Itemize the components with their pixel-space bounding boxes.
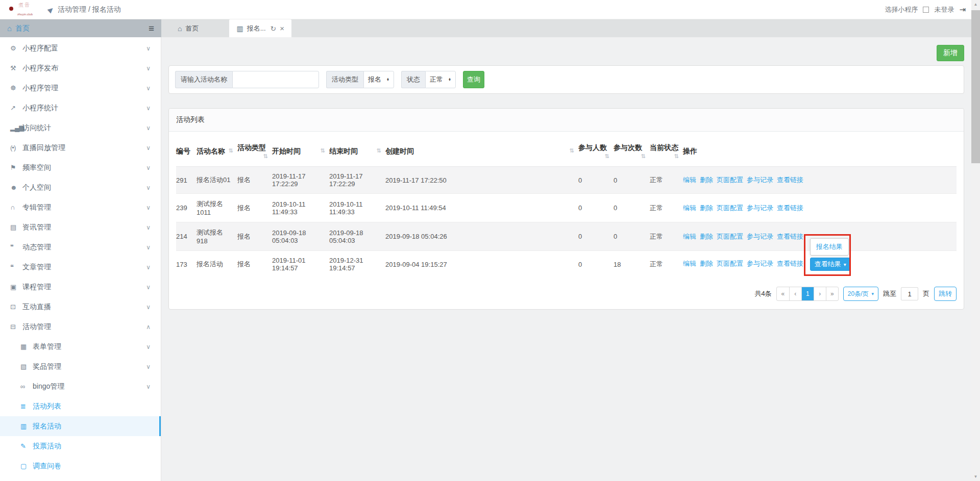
chevron-down-icon: ∨ xyxy=(146,204,151,211)
action-link[interactable]: 页面配置 xyxy=(717,204,743,212)
action-link[interactable]: 查看链接 xyxy=(777,260,803,267)
sidebar-item-label: 课程管理 xyxy=(22,283,146,292)
add-button[interactable]: 新增 xyxy=(937,45,964,61)
last-page-button[interactable]: » xyxy=(826,287,838,300)
sort-icon[interactable]: ⇅ xyxy=(321,147,325,154)
action-link[interactable]: 删除 xyxy=(700,176,713,184)
sidebar-home-link[interactable]: ⌂ 首页 xyxy=(7,24,30,33)
pager: « ‹ 1 › » xyxy=(776,287,839,301)
sidebar-subitem[interactable]: ▢ 调查问卷 xyxy=(0,456,161,476)
sidebar-item[interactable]: ❝ 文章管理 ∨ xyxy=(0,257,161,277)
pagination: 共4条 « ‹ 1 › » 20条/页 ▾ 跳至 页 跳转 xyxy=(176,287,957,301)
action-link[interactable]: 编辑 xyxy=(683,176,696,184)
column-header: 参与人数 ⇅ xyxy=(578,137,614,167)
action-link[interactable]: 页面配置 xyxy=(717,260,743,267)
sidebar-item[interactable]: ❞ 动态管理 ∨ xyxy=(0,237,161,257)
sidebar-item[interactable]: ⊟ 活动管理 ∧ xyxy=(0,317,161,337)
survey-icon: ▢ xyxy=(20,462,33,470)
app-window: 煮音 zhuyin.club ▶ 活动管理 / 报名活动 选择小程序 未登录 ⇥… xyxy=(0,0,980,481)
action-link[interactable]: 查看链接 xyxy=(777,204,803,212)
column-header-label: 活动名称 xyxy=(197,147,225,155)
next-page-button[interactable]: › xyxy=(814,287,826,300)
scrollbar-thumb[interactable] xyxy=(971,10,980,163)
view-results-button[interactable]: 查看结果 ▾ xyxy=(810,258,851,271)
first-page-button[interactable]: « xyxy=(777,287,789,300)
table-row: 239 测试报名1011 报名 2019-10-11 11:49:33 2019… xyxy=(176,194,957,222)
main-area: ⚙ 小程序配置 ∨ ⚒ 小程序发布 ∨ ☸ 小程序管理 ∨ xyxy=(0,37,980,481)
sidebar-item[interactable]: ⚒ 小程序发布 ∨ xyxy=(0,58,161,78)
logout-icon[interactable]: ⇥ xyxy=(959,5,966,14)
action-link[interactable]: 参与记录 xyxy=(747,204,773,212)
action-link[interactable]: 编辑 xyxy=(683,233,696,240)
sidebar-item-label: 专辑管理 xyxy=(22,203,146,212)
jump-button[interactable]: 跳转 xyxy=(934,287,957,301)
sidebar-subitem[interactable]: ▦ 表单管理 ∨ xyxy=(0,337,161,357)
login-status[interactable]: 未登录 xyxy=(934,5,954,14)
sidebar-item[interactable]: ∩ 专辑管理 ∨ xyxy=(0,197,161,217)
sidebar-item-label: 互动直播 xyxy=(22,302,146,312)
sort-icon[interactable]: ⇅ xyxy=(377,147,381,154)
gears-icon: ⚙ xyxy=(10,44,22,52)
column-header-label: 参与次数 xyxy=(614,143,642,151)
sort-icon[interactable]: ⇅ xyxy=(674,153,679,160)
action-link[interactable]: 参与记录 xyxy=(747,176,773,184)
scroll-up-icon[interactable]: ▲ xyxy=(971,2,980,7)
sidebar-item[interactable]: ↗ 小程序统计 ∨ xyxy=(0,98,161,118)
sidebar-item[interactable]: (•) 直播回放管理 ∨ xyxy=(0,138,161,158)
sidebar-subitem[interactable]: ▥ 报名活动 xyxy=(0,416,161,436)
activity-type-select[interactable]: 报名 ▲▼ xyxy=(363,71,394,88)
tab-signup-activity[interactable]: ▥ 报名... ↻ × xyxy=(229,19,291,37)
sort-icon[interactable]: ⇅ xyxy=(605,153,609,160)
page-size-select[interactable]: 20条/页 ▾ xyxy=(843,287,878,301)
chevron-down-icon: ∨ xyxy=(146,224,151,231)
refresh-icon[interactable]: ↻ xyxy=(271,24,277,33)
sidebar-item[interactable]: ⚙ 小程序配置 ∨ xyxy=(0,38,161,58)
sidebar-item[interactable]: ☻ 个人空间 ∨ xyxy=(0,178,161,197)
prev-page-button[interactable]: ‹ xyxy=(789,287,801,300)
logo[interactable]: 煮音 zhuyin.club xyxy=(5,1,37,19)
tab-home[interactable]: ⌂ 首页 xyxy=(168,19,208,37)
column-header: 活动类型 ⇅ xyxy=(237,137,272,167)
action-link[interactable]: 删除 xyxy=(700,260,713,267)
sort-icon[interactable]: ⇅ xyxy=(263,153,268,160)
chevron-down-icon: ∨ xyxy=(146,343,151,350)
menu-toggle-icon[interactable]: ≡ xyxy=(149,23,154,33)
sidebar-item[interactable]: ☸ 小程序管理 ∨ xyxy=(0,78,161,98)
close-icon[interactable]: × xyxy=(280,24,284,33)
action-link[interactable]: 参与记录 xyxy=(747,260,773,267)
sidebar-item[interactable]: ▣ 课程管理 ∨ xyxy=(0,277,161,297)
sidebar-item[interactable]: ▤ 资讯管理 ∨ xyxy=(0,217,161,237)
sidebar-item[interactable]: ⊡ 互动直播 ∨ xyxy=(0,297,161,317)
sort-icon[interactable]: ⇅ xyxy=(641,153,646,160)
action-link[interactable]: 删除 xyxy=(700,233,713,240)
sidebar-subitem[interactable]: ✎ 投票活动 xyxy=(0,436,161,456)
action-link[interactable]: 页面配置 xyxy=(717,176,743,184)
select-miniprogram-link[interactable]: 选择小程序 xyxy=(885,5,918,14)
action-link[interactable]: 查看链接 xyxy=(777,233,803,240)
action-link[interactable]: 删除 xyxy=(700,204,713,212)
sidebar-submenu: ▦ 表单管理 ∨ ▧ 奖品管理 ∨ ∞ bingo管理 ∨ xyxy=(0,337,161,476)
jump-page-input[interactable] xyxy=(901,287,918,300)
cell-start-time: 2019-11-01 19:14:57 xyxy=(272,251,329,278)
action-link[interactable]: 页面配置 xyxy=(717,233,743,240)
search-button[interactable]: 查询 xyxy=(463,71,484,88)
activity-name-input[interactable] xyxy=(232,71,319,88)
sidebar-subitem[interactable]: ▧ 奖品管理 ∨ xyxy=(0,357,161,376)
action-link[interactable]: 编辑 xyxy=(683,260,696,267)
sidebar-item[interactable]: ⚑ 频率空间 ∨ xyxy=(0,158,161,178)
column-header-label: 活动类型 xyxy=(237,143,266,151)
status-select[interactable]: 正常 ▲▼ xyxy=(425,71,456,88)
action-link[interactable]: 编辑 xyxy=(683,204,696,212)
menu-item-signup-result[interactable]: 报名结果 xyxy=(816,243,843,250)
sidebar-subitem[interactable]: ≣ 活动列表 xyxy=(0,396,161,416)
sort-icon[interactable]: ⇅ xyxy=(229,147,233,154)
sidebar-subitem[interactable]: ∞ bingo管理 ∨ xyxy=(0,376,161,396)
action-link[interactable]: 参与记录 xyxy=(747,233,773,240)
scroll-down-icon[interactable]: ▼ xyxy=(971,474,980,479)
sidebar-item-label: 个人空间 xyxy=(22,183,146,192)
sort-icon[interactable]: ⇅ xyxy=(570,147,574,154)
page-1-button[interactable]: 1 xyxy=(801,287,814,300)
chevron-down-icon: ∨ xyxy=(146,184,151,191)
sidebar-item[interactable]: ▂▄▆ 访问统计 ∨ xyxy=(0,118,161,138)
action-link[interactable]: 查看链接 xyxy=(777,176,803,184)
